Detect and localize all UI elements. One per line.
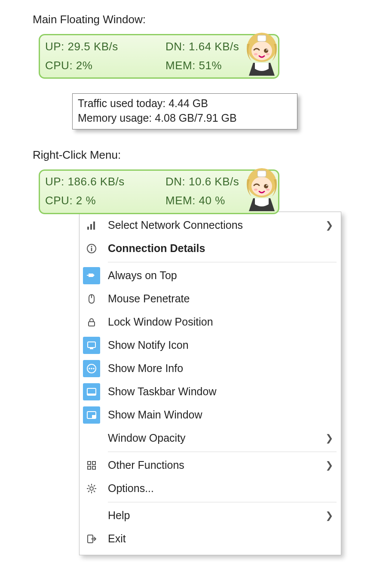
svg-rect-23 [89,322,95,326]
svg-point-27 [89,368,90,369]
menu-item-select-network[interactable]: Select Network Connections ❯ [80,214,341,237]
menu-label: Help [104,509,323,522]
tooltip-box: Traffic used today: 4.44 GB Memory usage… [72,93,297,129]
widget1-cpu: CPU: 2% [45,59,165,72]
svg-rect-20 [87,275,89,276]
tray-icon [83,337,100,354]
svg-line-44 [94,491,95,492]
svg-point-5 [266,53,270,55]
tooltip-memory: Memory usage: 4.08 GB/7.91 GB [78,111,292,126]
svg-point-11 [254,188,257,191]
svg-rect-33 [92,415,96,418]
widget1-dn: DN: 1.64 KB/s [165,40,277,53]
svg-point-28 [91,368,92,369]
menu-item-show-notify[interactable]: Show Notify Icon [80,334,341,357]
svg-point-29 [93,368,95,369]
svg-line-45 [94,485,95,486]
exit-icon [83,530,100,548]
svg-rect-15 [90,224,92,230]
menu-label: Always on Top [104,269,333,282]
menu-label: Other Functions [104,459,323,471]
svg-point-12 [266,188,270,191]
widget2-up: UP: 186.6 KB/s [45,175,165,188]
widget2-dn: DN: 10.6 KB/s [165,175,277,188]
menu-item-show-taskbar[interactable]: Show Taskbar Window [80,380,341,403]
floating-widget-2[interactable]: UP: 186.6 KB/s DN: 10.6 KB/s CPU: 2 % ME… [39,169,279,214]
widget2-mem: MEM: 40 % [165,194,277,207]
menu-separator [108,452,337,452]
menu-item-mouse-penetrate[interactable]: Mouse Penetrate [80,287,341,311]
signal-bars-icon [83,217,100,234]
widget1-up: UP: 29.5 KB/s [45,40,165,53]
svg-point-18 [91,246,92,247]
menu-item-help[interactable]: Help ❯ [80,504,341,527]
menu-label: Connection Details [104,242,333,255]
heading-right-click-menu: Right-Click Menu: [33,148,392,162]
svg-point-4 [254,53,257,55]
grid-icon [83,457,100,474]
menu-separator [108,502,337,502]
more-icon [83,360,100,377]
mouse-icon [83,290,100,308]
floating-widget-1[interactable]: UP: 29.5 KB/s DN: 1.64 KB/s CPU: 2% MEM:… [39,34,279,79]
menu-item-show-more[interactable]: Show More Info [80,357,341,380]
info-icon [83,240,100,257]
svg-rect-37 [92,466,95,469]
svg-rect-24 [88,342,95,348]
svg-rect-31 [87,394,96,395]
window-icon [83,406,100,424]
svg-rect-19 [91,248,92,251]
menu-item-other-functions[interactable]: Other Functions ❯ [80,454,341,477]
lock-icon [83,314,100,331]
menu-item-lock-window[interactable]: Lock Window Position [80,311,341,334]
widget1-mem: MEM: 51% [165,59,277,72]
menu-label: Show Notify Icon [104,339,333,351]
pin-icon [83,267,100,284]
menu-label: Select Network Connections [104,219,323,231]
menu-item-always-on-top[interactable]: Always on Top [80,264,341,287]
svg-rect-16 [93,221,95,230]
menu-label: Show Main Window [104,409,333,421]
submenu-arrow-icon: ❯ [323,460,333,471]
svg-line-46 [88,491,89,492]
menu-item-options[interactable]: Options... [80,477,341,500]
svg-rect-35 [92,461,95,464]
menu-label: Options... [104,482,333,495]
menu-label: Mouse Penetrate [104,292,333,305]
menu-item-connection-details[interactable]: Connection Details [80,237,341,260]
menu-label: Lock Window Position [104,316,333,328]
submenu-arrow-icon: ❯ [323,433,333,444]
svg-rect-34 [88,461,91,464]
submenu-arrow-icon: ❯ [323,510,333,521]
svg-line-43 [88,485,89,486]
menu-item-opacity[interactable]: Window Opacity ❯ [80,427,341,450]
context-menu: Select Network Connections ❯ Connection … [79,212,341,555]
menu-item-exit[interactable]: Exit [80,527,341,551]
menu-item-show-main[interactable]: Show Main Window [80,403,341,427]
svg-point-38 [90,487,93,490]
svg-rect-25 [90,348,93,349]
menu-label: Exit [104,532,333,545]
menu-label: Window Opacity [104,432,323,444]
tooltip-traffic: Traffic used today: 4.44 GB [78,96,292,111]
heading-floating-window: Main Floating Window: [33,13,392,26]
taskbar-icon [83,383,100,400]
menu-label: Show Taskbar Window [104,385,333,398]
menu-separator [108,262,337,262]
svg-rect-36 [88,466,91,469]
gear-icon [83,480,100,497]
submenu-arrow-icon: ❯ [323,220,333,231]
menu-label: Show More Info [104,362,333,375]
svg-rect-14 [87,227,89,230]
widget2-cpu: CPU: 2 % [45,194,165,207]
